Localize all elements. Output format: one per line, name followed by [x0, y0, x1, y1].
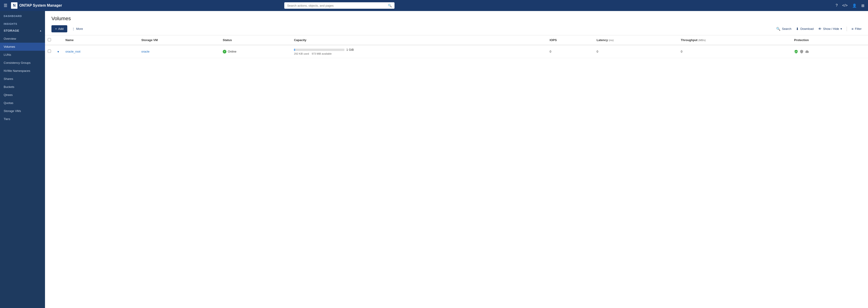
storage-vm-link[interactable]: oracle	[141, 50, 149, 53]
sidebar-item-consistency-groups[interactable]: Consistency Groups	[0, 59, 45, 67]
sidebar-item-overview[interactable]: Overview	[0, 35, 45, 43]
row-storage-vm-cell: oracle	[138, 45, 220, 58]
user-icon[interactable]: 👤	[852, 3, 857, 8]
status-online-dot	[223, 50, 226, 54]
more-button[interactable]: ⋮ More	[69, 25, 86, 32]
more-button-label: More	[76, 27, 83, 31]
col-header-throughput: Throughput (MB/s)	[678, 35, 791, 45]
sidebar-insights-label[interactable]: INSIGHTS	[0, 19, 45, 27]
download-action[interactable]: ⬇ Download	[796, 27, 813, 31]
sidebar-item-tiers-label: Tiers	[4, 117, 10, 121]
row-protection-cell	[791, 45, 868, 58]
filter-action[interactable]: ≡ Filter	[851, 27, 862, 31]
col-header-storage-vm: Storage VM	[138, 35, 220, 45]
throughput-value: 0	[681, 50, 682, 53]
row-latency-cell: 0	[594, 45, 678, 58]
protection-icons	[794, 49, 865, 54]
logo-square: N	[11, 2, 18, 9]
sidebar-item-shares[interactable]: Shares	[0, 75, 45, 83]
capacity-available-label: 973 MiB available	[312, 52, 332, 55]
sidebar-item-luns-label: LUNs	[4, 53, 11, 57]
sidebar-item-nvme-namespaces-label: NVMe Namespaces	[4, 69, 30, 72]
row-status-cell: Online	[220, 45, 291, 58]
sidebar-dashboard-label[interactable]: DASHBOARD	[0, 11, 45, 19]
menu-icon[interactable]: ☰	[4, 3, 7, 8]
capacity-bar-container: 1 GiB 292 KiB used 973 MiB available	[294, 48, 544, 55]
search-action[interactable]: 🔍 Search	[776, 27, 791, 31]
table-header-row: Name Storage VM Status Capacity IOPS	[45, 35, 868, 45]
row-throughput-cell: 0	[678, 45, 791, 58]
throughput-sub: (MB/s)	[698, 39, 706, 41]
expand-col-header	[54, 35, 63, 45]
row-name-cell: oracle_root	[63, 45, 138, 58]
sidebar-storage-header[interactable]: STORAGE ▴	[0, 27, 45, 35]
chevron-down-icon: ▾	[840, 27, 842, 31]
sidebar-item-shares-label: Shares	[4, 77, 13, 80]
sidebar-item-quotas-label: Quotas	[4, 101, 13, 105]
show-hide-action[interactable]: 👁 Show / Hide ▾	[818, 27, 842, 31]
sidebar-item-luns[interactable]: LUNs	[0, 51, 45, 59]
show-hide-action-label: Show / Hide	[823, 27, 839, 31]
col-header-protection: Protection	[791, 35, 868, 45]
sidebar-item-qtrees-label: Qtrees	[4, 93, 12, 97]
global-search-input[interactable]	[287, 4, 386, 7]
row-checkbox-cell[interactable]	[45, 45, 54, 58]
col-header-status: Status	[220, 35, 291, 45]
page-header: Volumes + Add ⋮ More 🔍 Search ⬇	[45, 11, 868, 35]
topnav-actions: ? </> 👤 ⊞	[836, 3, 864, 8]
sidebar-item-volumes-label: Volumes	[4, 45, 15, 48]
iops-value: 0	[550, 50, 551, 53]
filter-action-label: Filter	[855, 27, 862, 31]
add-button-label: Add	[58, 27, 64, 31]
chevron-up-icon: ▴	[40, 29, 41, 32]
app-logo: N ONTAP System Manager	[11, 2, 62, 9]
sidebar-item-nvme-namespaces[interactable]: NVMe Namespaces	[0, 67, 45, 75]
sidebar-item-buckets[interactable]: Buckets	[0, 83, 45, 91]
col-header-capacity: Capacity	[291, 35, 547, 45]
sidebar-item-quotas[interactable]: Quotas	[0, 99, 45, 107]
sidebar-item-storage-vms[interactable]: Storage VMs	[0, 107, 45, 115]
latency-value: 0	[596, 50, 598, 53]
capacity-total-label: 1 GiB	[346, 48, 354, 52]
sidebar-item-volumes[interactable]: Volumes	[0, 43, 45, 51]
expand-button[interactable]: ▾	[57, 49, 60, 54]
search-action-label: Search	[782, 27, 791, 31]
col-header-name: Name	[63, 35, 138, 45]
select-all-checkbox[interactable]	[48, 38, 51, 41]
latency-sub: (ms)	[609, 39, 614, 41]
volumes-table-container: Name Storage VM Status Capacity IOPS	[45, 35, 868, 308]
sidebar: DASHBOARD INSIGHTS STORAGE ▴ Overview Vo…	[0, 11, 45, 308]
download-icon: ⬇	[796, 27, 799, 31]
help-icon[interactable]: ?	[836, 3, 838, 7]
search-icon: 🔍	[388, 4, 392, 7]
capacity-bar-inner	[294, 49, 295, 51]
search-icon: 🔍	[776, 27, 780, 31]
capacity-labels-row: 292 KiB used 973 MiB available	[294, 52, 544, 55]
shield-green-icon	[794, 49, 798, 54]
sidebar-item-qtrees[interactable]: Qtrees	[0, 91, 45, 99]
volume-name-link[interactable]: oracle_root	[65, 50, 81, 53]
capacity-bar-outer	[294, 49, 344, 51]
filter-icon: ≡	[851, 27, 854, 31]
code-icon[interactable]: </>	[842, 3, 847, 7]
global-search[interactable]: 🔍	[284, 2, 395, 9]
main-layout: DASHBOARD INSIGHTS STORAGE ▴ Overview Vo…	[0, 11, 868, 308]
sidebar-item-buckets-label: Buckets	[4, 85, 14, 89]
cloud-gray-icon	[805, 49, 809, 54]
select-all-header[interactable]	[45, 35, 54, 45]
apps-icon[interactable]: ⊞	[861, 3, 864, 8]
top-navigation: ☰ N ONTAP System Manager 🔍 ? </> 👤 ⊞	[0, 0, 868, 11]
row-capacity-cell: 1 GiB 292 KiB used 973 MiB available	[291, 45, 547, 58]
plus-icon: +	[55, 27, 57, 31]
eye-icon: 👁	[818, 27, 822, 31]
logo-letter: N	[13, 3, 16, 7]
toolbar-right: 🔍 Search ⬇ Download 👁 Show / Hide ▾ ≡	[776, 27, 862, 31]
add-button[interactable]: + Add	[52, 25, 67, 32]
row-expand-cell[interactable]: ▾	[54, 45, 63, 58]
app-title: ONTAP System Manager	[19, 3, 62, 7]
row-checkbox[interactable]	[48, 49, 51, 53]
status-online: Online	[223, 50, 288, 54]
sidebar-item-tiers[interactable]: Tiers	[0, 115, 45, 123]
table-row: ▾ oracle_root oracle Online	[45, 45, 868, 58]
dots-icon: ⋮	[72, 27, 75, 31]
